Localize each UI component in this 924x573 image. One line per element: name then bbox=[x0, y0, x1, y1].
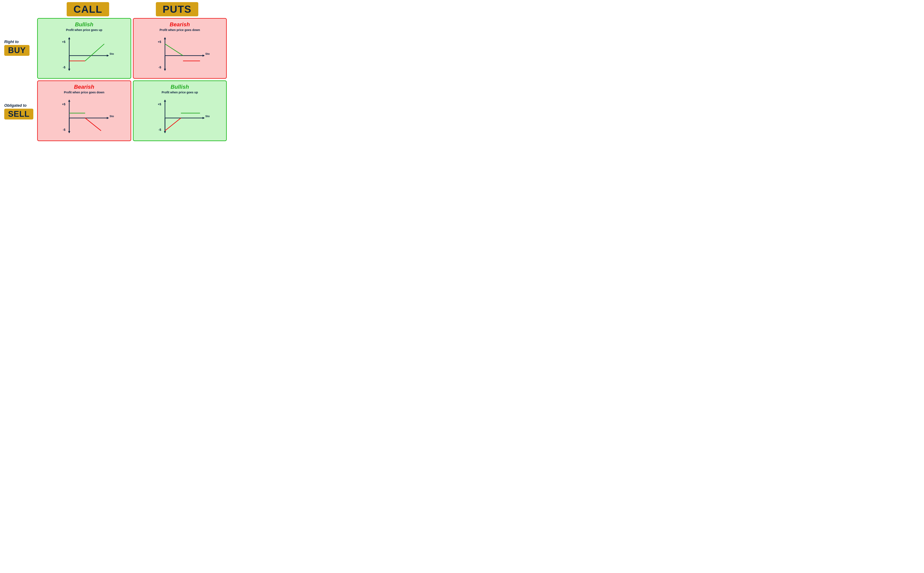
svg-marker-36 bbox=[202, 117, 205, 119]
svg-marker-23 bbox=[68, 100, 70, 102]
puts-buy-subtitle: Profit when price goes down bbox=[160, 28, 200, 31]
call-buy-subtitle: Profit when price goes up bbox=[66, 28, 102, 31]
main-content: Right to BUY Obligated to SELL Bullish P… bbox=[4, 18, 227, 141]
svg-text:-$: -$ bbox=[158, 128, 161, 132]
call-buy-chart: +$ -$ Stock Price bbox=[41, 33, 127, 75]
puts-buy-chart: +$ -$ Stock Price bbox=[137, 33, 223, 75]
call-header-badge: CALL bbox=[67, 2, 109, 16]
svg-text:+$: +$ bbox=[158, 102, 161, 106]
call-sell-subtitle: Profit when price goes down bbox=[64, 91, 105, 94]
svg-marker-25 bbox=[107, 117, 109, 119]
svg-text:-$: -$ bbox=[63, 66, 66, 69]
obligated-to-label: Obligated to bbox=[4, 103, 27, 108]
puts-header-badge: PUTS bbox=[156, 2, 198, 16]
svg-line-32 bbox=[85, 118, 101, 131]
svg-text:+$: +$ bbox=[62, 40, 65, 44]
svg-text:Stock Price: Stock Price bbox=[110, 52, 114, 55]
svg-text:Stock Price: Stock Price bbox=[205, 52, 210, 55]
svg-marker-3 bbox=[107, 55, 109, 57]
puts-sell-chart: +$ -$ Stock Price bbox=[137, 96, 223, 138]
svg-marker-14 bbox=[202, 55, 205, 57]
puts-sell-title: Bullish bbox=[171, 84, 189, 90]
svg-marker-34 bbox=[164, 100, 166, 102]
svg-text:-$: -$ bbox=[63, 128, 66, 132]
svg-text:+$: +$ bbox=[62, 102, 65, 106]
svg-marker-1 bbox=[68, 37, 70, 39]
svg-line-42 bbox=[165, 118, 181, 131]
call-buy-title: Bullish bbox=[75, 21, 93, 28]
svg-text:Stock Price: Stock Price bbox=[110, 114, 114, 118]
call-buy-cell: Bullish Profit when price goes up bbox=[37, 18, 131, 79]
options-grid: Bullish Profit when price goes up bbox=[37, 18, 227, 141]
svg-line-20 bbox=[165, 44, 183, 56]
svg-text:-$: -$ bbox=[158, 66, 161, 69]
call-sell-chart: +$ -$ Stock Price bbox=[41, 96, 127, 138]
puts-buy-title: Bearish bbox=[169, 21, 190, 28]
buy-badge: BUY bbox=[4, 45, 30, 56]
call-sell-cell: Bearish Profit when price goes down bbox=[37, 80, 131, 141]
row-labels: Right to BUY Obligated to SELL bbox=[4, 18, 37, 141]
call-sell-title: Bearish bbox=[74, 84, 94, 90]
puts-buy-cell: Bearish Profit when price goes down bbox=[133, 18, 227, 79]
puts-sell-cell: Bullish Profit when price goes up bbox=[133, 80, 227, 141]
right-to-label: Right to bbox=[4, 40, 19, 44]
svg-line-10 bbox=[85, 44, 104, 61]
svg-marker-12 bbox=[164, 37, 166, 39]
svg-text:Stock Price: Stock Price bbox=[205, 114, 210, 118]
sell-badge: SELL bbox=[4, 109, 33, 119]
puts-sell-subtitle: Profit when price goes up bbox=[162, 91, 198, 94]
svg-text:+$: +$ bbox=[158, 40, 161, 44]
buy-label-group: Right to BUY bbox=[4, 18, 35, 77]
sell-label-group: Obligated to SELL bbox=[4, 82, 35, 141]
header-row: CALL PUTS bbox=[4, 2, 227, 16]
